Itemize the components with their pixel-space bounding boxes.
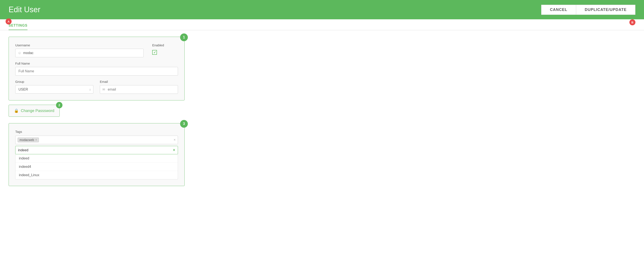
email-label: Email — [100, 80, 178, 84]
enabled-label: Enabled — [152, 43, 164, 47]
page-title: Edit User — [8, 5, 40, 14]
change-password-section[interactable]: 🔒 Change Passsword 2 — [8, 105, 60, 117]
email-col: Email ✉ — [100, 80, 178, 94]
settings-tab-wrapper: A SETTINGS — [8, 22, 36, 30]
dropdown-item-indeed-linux[interactable]: indeed_Linux — [16, 171, 178, 179]
user-icon: ☺ — [18, 51, 21, 55]
tags-label: Tags — [15, 130, 178, 134]
group-select[interactable]: USER ADMIN GUEST — [15, 85, 94, 94]
tags-clear-button[interactable]: × — [174, 138, 176, 142]
change-password-label: Change Passsword — [21, 108, 54, 113]
main-content: 1 Username ☺ Enabled Full Name — [0, 30, 644, 197]
fullname-row: Full Name — [15, 62, 178, 76]
fullname-input[interactable] — [15, 67, 178, 76]
email-input[interactable] — [100, 85, 178, 94]
tag-modacweb: modacweb × — [18, 138, 39, 142]
username-input[interactable] — [15, 49, 144, 57]
group-label: Group — [15, 80, 94, 84]
tags-container[interactable]: modacweb × × — [15, 136, 178, 144]
section-badge-1: 1 — [180, 34, 188, 41]
section-badge-3: 3 — [180, 120, 188, 128]
username-label: Username — [15, 43, 144, 47]
group-select-wrapper: USER ADMIN GUEST ↕ — [15, 85, 94, 94]
a-badge: A — [6, 18, 12, 24]
username-col: Username ☺ — [15, 43, 144, 57]
section-badge-2: 2 — [56, 102, 62, 108]
tag-modacweb-remove[interactable]: × — [36, 138, 37, 142]
fullname-label: Full Name — [15, 62, 178, 65]
dropdown-item-indeed[interactable]: indeed — [16, 154, 178, 163]
group-col: Group USER ADMIN GUEST ↕ — [15, 80, 94, 94]
header: Edit User CANCEL DUPLICATE/UPDATE B — [0, 0, 644, 19]
cancel-button[interactable]: CANCEL — [541, 5, 576, 15]
tag-modacweb-value: modacweb — [20, 138, 34, 142]
tags-dropdown: indeed indeed4 indeed_Linux — [15, 154, 178, 180]
envelope-icon: ✉ — [102, 88, 105, 92]
lock-icon: 🔒 — [14, 108, 19, 113]
dropdown-item-indeed4[interactable]: indeed4 — [16, 163, 178, 171]
user-info-section: 1 Username ☺ Enabled Full Name — [8, 37, 184, 100]
tags-search-clear-button[interactable]: × — [170, 146, 178, 154]
tags-search-input[interactable] — [16, 146, 170, 154]
tabs-area: A SETTINGS — [0, 19, 644, 30]
header-actions: CANCEL DUPLICATE/UPDATE — [541, 5, 636, 15]
duplicate-update-button[interactable]: DUPLICATE/UPDATE — [576, 5, 636, 15]
enabled-checkbox[interactable] — [152, 50, 157, 55]
username-enabled-row: Username ☺ Enabled — [15, 43, 178, 57]
enabled-col: Enabled — [152, 43, 178, 55]
email-input-wrapper: ✉ — [100, 85, 178, 94]
group-email-row: Group USER ADMIN GUEST ↕ Email ✉ — [15, 80, 178, 94]
tags-search-row: × — [15, 146, 178, 154]
tab-settings[interactable]: SETTINGS — [8, 22, 28, 30]
username-input-wrapper: ☺ — [15, 49, 144, 57]
tags-section: 3 Tags modacweb × × × indeed indeed4 ind… — [8, 123, 184, 186]
enabled-checkbox-container — [152, 50, 157, 55]
